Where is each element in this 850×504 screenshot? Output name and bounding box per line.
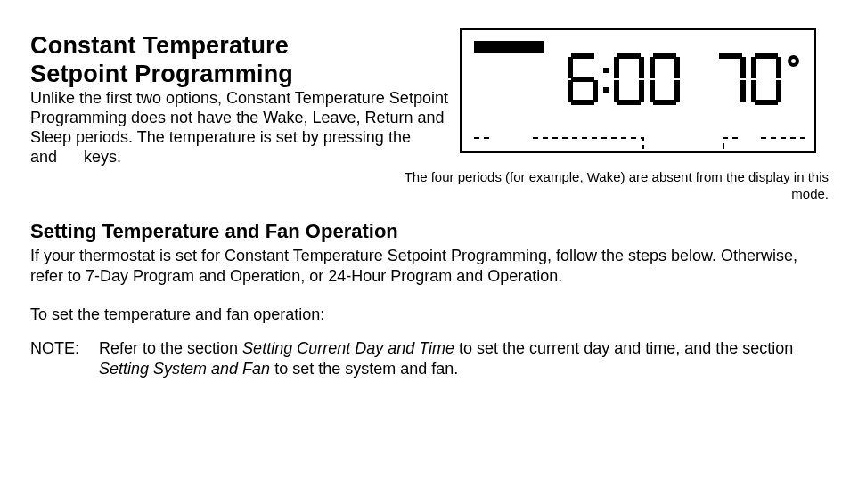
degree-symbol-icon (788, 55, 799, 67)
section2-p1: If your thermostat is set for Constant T… (30, 246, 814, 286)
title-line2: Setpoint Programming (30, 61, 293, 87)
lcd-display (460, 28, 816, 153)
note-post: to set the system and fan. (270, 360, 458, 378)
note-ref2: Setting System and Fan (99, 360, 270, 378)
lcd-temperature (713, 53, 784, 105)
title-line1: Constant Temperature (30, 32, 289, 59)
lcd-bottom-dashes (474, 135, 802, 150)
section2-p2: To set the temperature and fan operation… (30, 305, 814, 325)
section-heading: Setting Temperature and Fan Operation (30, 219, 398, 244)
intro-paragraph: Unlike the first two options, Constant T… (30, 89, 449, 167)
note-ref1: Setting Current Day and Time (242, 339, 454, 357)
note-label: NOTE: (30, 338, 94, 359)
lcd-time (565, 53, 682, 105)
note-body: Refer to the section Setting Current Day… (99, 338, 803, 380)
note-pre: Refer to the section (99, 339, 242, 357)
lcd-caption: The four periods (for example, Wake) are… (383, 169, 829, 203)
page-title: Constant Temperature Setpoint Programmin… (30, 32, 293, 89)
note-block: NOTE: Refer to the section Setting Curre… (30, 338, 814, 380)
note-mid: to set the current day and time, and the… (454, 339, 793, 357)
lcd-indicator-bar (474, 41, 544, 53)
